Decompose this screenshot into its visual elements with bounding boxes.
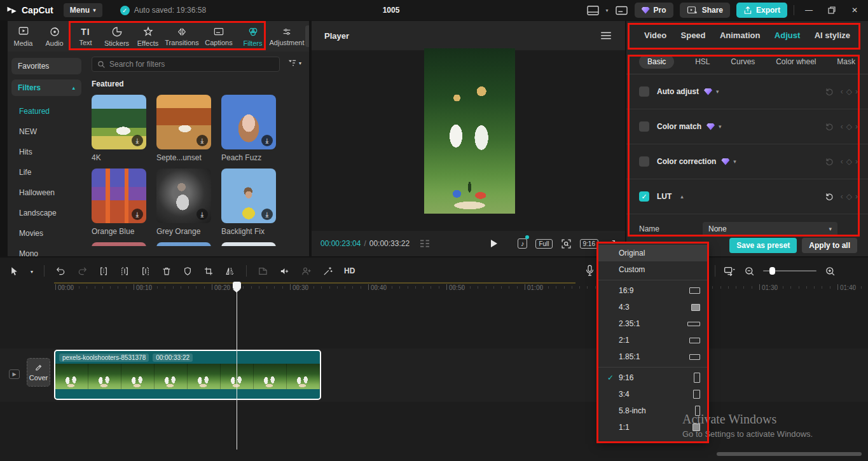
tab-audio[interactable]: Audio [39, 26, 70, 47]
subtab-basic[interactable]: Basic [639, 55, 674, 69]
add-audio-icon[interactable] [279, 266, 290, 277]
export-button[interactable]: Export [736, 3, 787, 18]
hd-icon[interactable]: HD [344, 266, 355, 275]
tiktok-export-button[interactable]: ♪ [518, 238, 528, 249]
ratio-option-original[interactable]: Original [598, 245, 708, 261]
crop-icon[interactable] [203, 266, 214, 277]
sidebar-item-hits[interactable]: Hits [11, 142, 81, 162]
filter-thumbnail[interactable]: ⤓ [92, 169, 146, 223]
playhead-handle[interactable] [233, 282, 241, 289]
notes-icon[interactable] [615, 5, 628, 16]
hamburger-icon[interactable] [600, 31, 612, 40]
track-toggle-icon[interactable]: ▶ [9, 369, 20, 379]
tab-ai-stylize[interactable]: AI stylize [815, 31, 850, 40]
tab-text[interactable]: TIText [70, 27, 101, 46]
tab-animation[interactable]: Animation [720, 31, 761, 40]
filter-card[interactable]: ⤓Backlight Fix [221, 169, 277, 236]
ratio-option-16-9[interactable]: 16:9 [598, 282, 708, 299]
filter-card[interactable]: ⤓Peach Fuzz [221, 95, 277, 162]
keyframe-controls[interactable]: ‹◇› [841, 122, 858, 131]
zoom-in-icon[interactable] [825, 266, 836, 277]
filter-thumbnail[interactable]: ⤓ [221, 169, 276, 223]
zoom-out-icon[interactable] [744, 266, 755, 277]
keyframe-next-icon[interactable]: › [855, 122, 858, 131]
filter-card[interactable]: ⤓ [156, 242, 212, 246]
sidebar-item-landscape[interactable]: Landscape [11, 203, 81, 223]
add-file-icon[interactable] [258, 266, 268, 277]
delete-left-icon[interactable] [120, 266, 130, 277]
tab-scroll-right-button[interactable] [305, 25, 309, 47]
sidebar-item-movies[interactable]: Movies [11, 223, 81, 244]
list-icon[interactable] [418, 239, 431, 248]
subtab-hsl[interactable]: HSL [695, 57, 710, 66]
filter-card[interactable]: ⤓Orange Blue [92, 169, 148, 236]
tab-filters[interactable]: Filters [237, 26, 268, 47]
smart-tools-icon[interactable] [322, 266, 333, 277]
keyframe-diamond-icon[interactable]: ◇ [846, 87, 852, 96]
lut-select[interactable]: None ▾ [703, 222, 837, 237]
filter-card[interactable]: ⤓ [221, 242, 277, 246]
keyframe-next-icon[interactable]: › [855, 87, 858, 96]
chevron-down-icon[interactable]: ▾ [719, 123, 722, 130]
share-button[interactable]: Share [680, 3, 730, 18]
sidebar-item-life[interactable]: Life [11, 162, 81, 182]
pro-button[interactable]: Pro [635, 3, 673, 18]
tab-adjust[interactable]: Adjust [775, 31, 800, 40]
filter-card[interactable]: ⤓Septe...unset [156, 95, 212, 162]
keyframe-diamond-icon[interactable]: ◇ [846, 192, 852, 201]
tab-adjustment[interactable]: Adjustment [268, 27, 305, 46]
keyframe-controls[interactable]: ‹◇› [841, 192, 858, 201]
reset-icon[interactable] [824, 121, 834, 132]
microphone-icon[interactable] [585, 265, 595, 277]
redo-icon[interactable] [77, 266, 88, 277]
ratio-option-2-35-1[interactable]: 2.35:1 [598, 315, 708, 332]
sidebar-group-filters[interactable]: Filters▴ [11, 79, 81, 96]
chevron-up-icon[interactable]: ▴ [680, 193, 684, 200]
tab-transitions[interactable]: Transitions [163, 27, 200, 46]
ratio-option-3-4[interactable]: 3:4 [598, 386, 708, 403]
chevron-down-icon[interactable]: ▾ [31, 266, 33, 275]
auto-adjust-checkbox[interactable] [639, 86, 649, 97]
delete-icon[interactable] [162, 266, 172, 277]
playhead-line[interactable] [237, 286, 237, 450]
filter-thumbnail[interactable]: ⤓ [156, 169, 211, 223]
keyframe-prev-icon[interactable]: ‹ [841, 157, 843, 166]
subtab-color-wheel[interactable]: Color wheel [776, 57, 816, 66]
track-view-icon[interactable] [724, 266, 736, 276]
keyframe-next-icon[interactable]: › [855, 192, 858, 201]
tab-media[interactable]: Media [8, 26, 39, 47]
filter-thumbnail[interactable]: ⤓ [92, 95, 146, 149]
ratio-button[interactable]: 9:16 [580, 239, 598, 249]
restore-button[interactable] [823, 2, 840, 18]
save-preset-button[interactable]: Save as preset [729, 238, 797, 253]
ratio-option-custom[interactable]: Custom [598, 261, 708, 278]
lut-checkbox[interactable]: ✓ [639, 191, 649, 202]
undo-icon[interactable] [55, 266, 66, 277]
timeline-clip[interactable]: pexels-koolshooters-8531378 00:00:33:22 [54, 350, 321, 400]
filter-card[interactable]: ⤓4K [92, 95, 148, 162]
filter-thumbnail[interactable]: ⤓ [92, 242, 146, 246]
split-icon[interactable] [99, 266, 109, 277]
reset-icon[interactable] [824, 156, 834, 167]
filter-thumbnail[interactable]: ⤓ [156, 242, 211, 246]
filter-thumbnail[interactable]: ⤓ [156, 95, 211, 149]
keyframe-next-icon[interactable]: › [855, 157, 858, 166]
chevron-down-icon[interactable]: ▾ [606, 8, 609, 13]
ratio-option-4-3[interactable]: 4:3 [598, 299, 708, 315]
close-button[interactable]: ✕ [846, 2, 863, 18]
sidebar-item-featured[interactable]: Featured [11, 101, 81, 121]
horizontal-scrollbar[interactable] [717, 452, 862, 456]
sidebar-item-favorites[interactable]: Favorites [11, 58, 81, 74]
color-match-checkbox[interactable] [639, 121, 649, 132]
filter-sort-button[interactable]: ▾ [287, 58, 301, 67]
reset-icon[interactable] [824, 191, 834, 202]
color-correction-checkbox[interactable] [639, 156, 649, 167]
apply-all-button[interactable]: Apply to all [802, 238, 857, 253]
keyframe-diamond-icon[interactable]: ◇ [846, 157, 852, 166]
add-person-icon[interactable] [301, 266, 312, 277]
sidebar-item-halloween[interactable]: Halloween [11, 182, 81, 203]
chevron-down-icon[interactable]: ▾ [716, 88, 719, 95]
keyframe-prev-icon[interactable]: ‹ [841, 122, 843, 131]
filter-thumbnail[interactable]: ⤓ [221, 95, 276, 149]
mirror-icon[interactable] [224, 266, 235, 277]
